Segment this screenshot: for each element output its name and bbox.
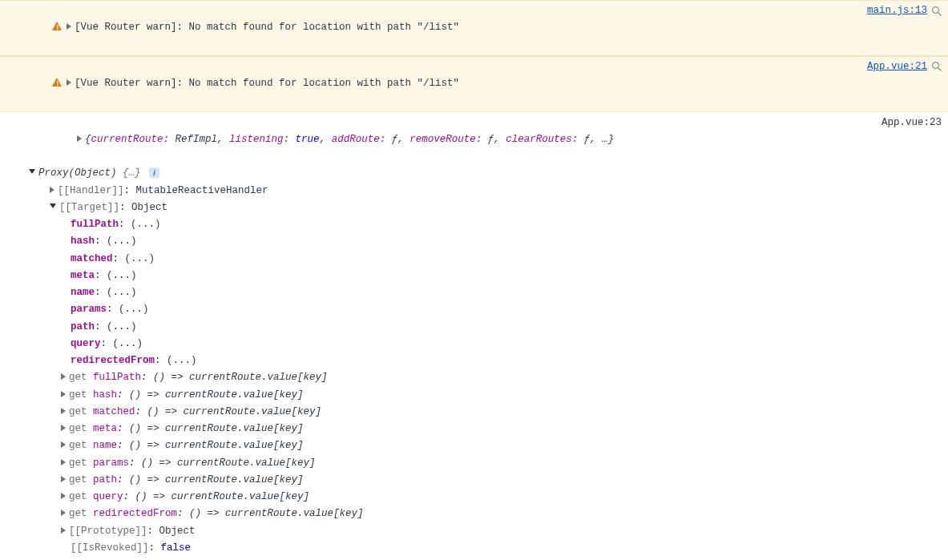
- object-property[interactable]: matched: (...): [29, 251, 942, 268]
- getter-value: : () => currentRoute.value[key]: [117, 389, 304, 401]
- property-value: : (...): [155, 355, 197, 366]
- expand-icon[interactable]: [61, 527, 66, 534]
- getter-key: fullPath: [93, 372, 141, 383]
- property-value: : (...): [101, 338, 143, 349]
- getter-key: path: [93, 474, 117, 485]
- warning-text: [Vue Router warn]: No match found for lo…: [75, 22, 459, 33]
- getter-key: meta: [93, 423, 117, 434]
- getter-key: name: [93, 440, 117, 451]
- property-key: hash: [71, 236, 95, 247]
- property-key: fullPath: [71, 219, 119, 230]
- console-panel: [Vue Router warn]: No match found for lo…: [0, 0, 948, 560]
- expand-icon[interactable]: [50, 187, 54, 193]
- object-getter[interactable]: get redirectedFrom: () => currentRoute.v…: [29, 506, 942, 522]
- warning-text: [Vue Router warn]: No match found for lo…: [75, 78, 459, 89]
- info-icon[interactable]: i: [149, 167, 159, 178]
- getter-key: redirectedFrom: [93, 508, 177, 519]
- object-node[interactable]: [[Handler]]: MutableReactiveHandler: [29, 183, 942, 199]
- property-key: name: [71, 287, 95, 298]
- expand-icon[interactable]: [61, 425, 66, 431]
- object-property[interactable]: query: (...): [29, 336, 942, 353]
- object-node[interactable]: [[Target]]: Object: [29, 199, 942, 216]
- object-getter[interactable]: get name: () => currentRoute.value[key]: [29, 437, 942, 454]
- expand-icon[interactable]: [77, 135, 82, 142]
- object-getter[interactable]: get query: () => currentRoute.value[key]: [29, 489, 942, 506]
- getter-value: : () => currentRoute.value[key]: [117, 440, 304, 451]
- property-value: : (...): [95, 236, 137, 247]
- getter-key: hash: [93, 389, 117, 401]
- object-node[interactable]: [[Prototype]]: Object: [29, 523, 942, 540]
- property-value: : (...): [119, 219, 161, 230]
- console-log-row[interactable]: {currentRoute: RefImpl, listening: true,…: [0, 112, 948, 561]
- property-key: query: [71, 338, 101, 349]
- getter-value: : () => currentRoute.value[key]: [117, 423, 304, 434]
- getter-value: : () => currentRoute.value[key]: [129, 457, 316, 469]
- warning-icon: [52, 22, 62, 30]
- collapse-icon[interactable]: [50, 203, 56, 208]
- object-node[interactable]: [[IsRevoked]]: false: [29, 540, 942, 557]
- property-value: : (...): [95, 287, 137, 298]
- getter-value: : () => currentRoute.value[key]: [117, 474, 304, 485]
- property-key: path: [71, 321, 95, 332]
- source-link[interactable]: App.vue:23: [881, 117, 942, 128]
- expand-icon[interactable]: [61, 408, 66, 414]
- object-summary[interactable]: {currentRoute: RefImpl, listening: true,…: [85, 134, 614, 145]
- warning-icon: [52, 78, 62, 87]
- property-value: : (...): [107, 304, 149, 315]
- collapse-icon[interactable]: [29, 169, 35, 174]
- object-getter[interactable]: get path: () => currentRoute.value[key]: [29, 472, 942, 489]
- property-key: meta: [71, 270, 95, 281]
- expand-icon[interactable]: [61, 510, 66, 516]
- getter-value: : () => currentRoute.value[key]: [123, 491, 310, 502]
- getter-value: : () => currentRoute.value[key]: [135, 406, 322, 417]
- object-property[interactable]: fullPath: (...): [29, 216, 942, 233]
- console-warning-row[interactable]: [Vue Router warn]: No match found for lo…: [0, 0, 948, 56]
- getter-value: : () => currentRoute.value[key]: [177, 508, 364, 519]
- object-getter[interactable]: get hash: () => currentRoute.value[key]: [29, 387, 942, 404]
- console-warning-row[interactable]: [Vue Router warn]: No match found for lo…: [0, 56, 948, 112]
- expand-icon[interactable]: [61, 391, 66, 397]
- search-icon[interactable]: [932, 62, 942, 71]
- object-property[interactable]: redirectedFrom: (...): [29, 353, 942, 369]
- object-property[interactable]: hash: (...): [29, 233, 942, 250]
- expand-icon[interactable]: [61, 459, 66, 465]
- object-getter[interactable]: get meta: () => currentRoute.value[key]: [29, 421, 942, 437]
- expand-icon[interactable]: [61, 493, 66, 499]
- expand-icon[interactable]: [67, 79, 71, 86]
- object-property[interactable]: params: (...): [29, 301, 942, 318]
- source-link[interactable]: App.vue:21: [867, 58, 927, 75]
- object-property[interactable]: name: (...): [29, 284, 942, 301]
- source-location: App.vue:21: [867, 58, 942, 75]
- property-key: params: [71, 304, 107, 315]
- search-icon[interactable]: [932, 6, 942, 16]
- object-node[interactable]: Proxy(Object) {…} i: [29, 165, 942, 182]
- property-value: : (...): [95, 321, 137, 332]
- object-property[interactable]: path: (...): [29, 319, 942, 336]
- property-value: : (...): [113, 253, 155, 264]
- getter-value: : () => currentRoute.value[key]: [141, 372, 328, 383]
- getter-key: matched: [93, 406, 135, 417]
- object-property[interactable]: meta: (...): [29, 268, 942, 284]
- property-value: : (...): [95, 270, 137, 281]
- object-getter[interactable]: get matched: () => currentRoute.value[ke…: [29, 404, 942, 421]
- property-key: redirectedFrom: [71, 355, 155, 366]
- object-getter[interactable]: get fullPath: () => currentRoute.value[k…: [29, 369, 942, 386]
- getter-key: query: [93, 491, 123, 502]
- getter-key: params: [93, 457, 129, 469]
- object-getter[interactable]: get params: () => currentRoute.value[key…: [29, 455, 942, 472]
- expand-icon[interactable]: [61, 476, 66, 482]
- source-location: main.js:13: [867, 2, 942, 19]
- expand-icon[interactable]: [67, 23, 71, 30]
- proxy-label: Proxy(Object): [38, 167, 117, 179]
- expand-icon[interactable]: [61, 441, 66, 448]
- property-key: matched: [71, 253, 113, 264]
- expand-icon[interactable]: [61, 373, 66, 380]
- source-link[interactable]: main.js:13: [867, 2, 927, 19]
